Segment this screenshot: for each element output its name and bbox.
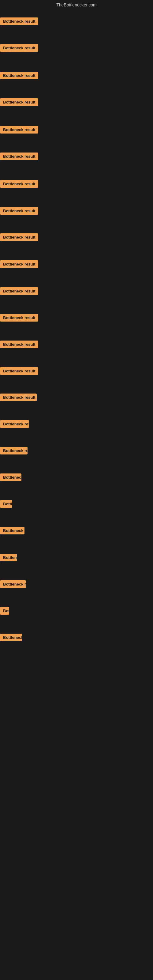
bottleneck-result-row-17: Bottleneck result	[0, 447, 27, 456]
bottleneck-result-badge-17[interactable]: Bottleneck result	[0, 447, 27, 455]
bottleneck-result-badge-15[interactable]: Bottleneck result	[0, 393, 37, 401]
bottleneck-result-row-16: Bottleneck result	[0, 420, 29, 429]
bottleneck-result-badge-18[interactable]: Bottleneck result	[0, 474, 21, 481]
bottleneck-result-badge-6[interactable]: Bottleneck result	[0, 153, 38, 160]
bottleneck-result-row-8: Bottleneck result	[0, 207, 38, 216]
bottleneck-result-row-1: Bottleneck result	[0, 18, 38, 26]
site-title: TheBottlenecker.com	[0, 0, 153, 10]
bottleneck-result-badge-22[interactable]: Bottleneck result	[0, 580, 26, 588]
bottleneck-result-badge-1[interactable]: Bottleneck result	[0, 18, 38, 25]
bottleneck-result-row-15: Bottleneck result	[0, 393, 37, 402]
bottleneck-result-row-10: Bottleneck result	[0, 260, 38, 269]
bottleneck-result-row-12: Bottleneck result	[0, 314, 38, 323]
bottleneck-result-badge-2[interactable]: Bottleneck result	[0, 44, 38, 52]
bottleneck-result-badge-4[interactable]: Bottleneck result	[0, 98, 38, 106]
bottleneck-result-badge-3[interactable]: Bottleneck result	[0, 72, 38, 79]
bottleneck-result-row-7: Bottleneck result	[0, 180, 38, 189]
bottleneck-result-row-21: Bottleneck result	[0, 554, 17, 563]
bottleneck-result-row-22: Bottleneck result	[0, 580, 26, 589]
bottleneck-result-badge-13[interactable]: Bottleneck result	[0, 340, 38, 348]
bottleneck-result-row-23: Bottleneck result	[0, 607, 9, 616]
bottleneck-result-row-5: Bottleneck result	[0, 126, 38, 135]
bottleneck-result-badge-9[interactable]: Bottleneck result	[0, 233, 38, 241]
bottleneck-result-badge-16[interactable]: Bottleneck result	[0, 420, 29, 428]
bottleneck-result-row-19: Bottleneck result	[0, 500, 12, 509]
bottleneck-result-row-4: Bottleneck result	[0, 98, 38, 107]
bottleneck-result-badge-8[interactable]: Bottleneck result	[0, 207, 38, 215]
bottleneck-result-badge-14[interactable]: Bottleneck result	[0, 367, 38, 375]
bottleneck-result-badge-11[interactable]: Bottleneck result	[0, 287, 38, 295]
bottleneck-result-badge-12[interactable]: Bottleneck result	[0, 314, 38, 321]
bottleneck-result-badge-20[interactable]: Bottleneck result	[0, 527, 24, 535]
bottleneck-result-row-6: Bottleneck result	[0, 153, 38, 161]
bottleneck-result-row-18: Bottleneck result	[0, 474, 21, 482]
bottleneck-result-row-20: Bottleneck result	[0, 527, 24, 536]
bottleneck-result-row-3: Bottleneck result	[0, 72, 38, 81]
bottleneck-result-row-9: Bottleneck result	[0, 233, 38, 242]
bottleneck-result-badge-21[interactable]: Bottleneck result	[0, 554, 17, 562]
bottleneck-result-badge-24[interactable]: Bottleneck result	[0, 634, 22, 641]
bottleneck-result-badge-5[interactable]: Bottleneck result	[0, 126, 38, 134]
bottleneck-result-row-13: Bottleneck result	[0, 340, 38, 350]
bottleneck-result-row-2: Bottleneck result	[0, 44, 38, 53]
bottleneck-result-row-14: Bottleneck result	[0, 367, 38, 376]
bottleneck-result-badge-23[interactable]: Bottleneck result	[0, 607, 9, 615]
bottleneck-result-row-11: Bottleneck result	[0, 287, 38, 296]
bottleneck-result-row-24: Bottleneck result	[0, 634, 22, 643]
bottleneck-result-badge-10[interactable]: Bottleneck result	[0, 260, 38, 268]
bottleneck-result-badge-19[interactable]: Bottleneck result	[0, 500, 12, 508]
bottleneck-result-badge-7[interactable]: Bottleneck result	[0, 180, 38, 188]
